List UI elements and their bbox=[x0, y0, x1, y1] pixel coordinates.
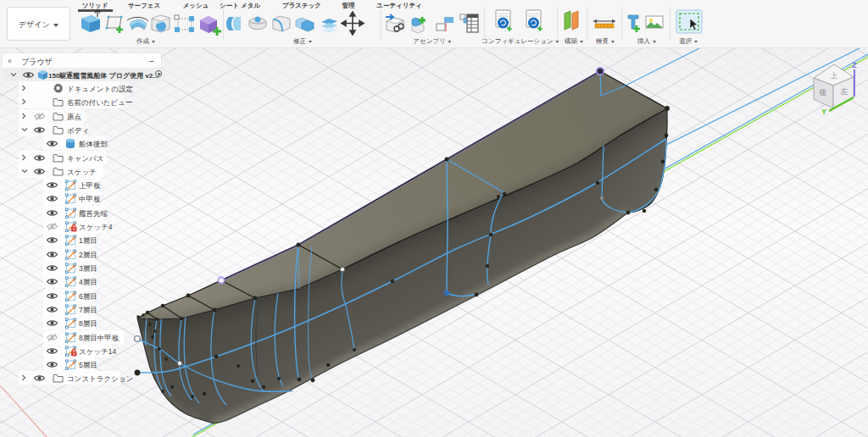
svg-text:上: 上 bbox=[830, 72, 837, 80]
svg-text:Z: Z bbox=[852, 61, 857, 69]
svg-text:左: 左 bbox=[841, 87, 849, 96]
svg-text:後: 後 bbox=[819, 88, 827, 97]
svg-text:Y: Y bbox=[821, 108, 826, 116]
